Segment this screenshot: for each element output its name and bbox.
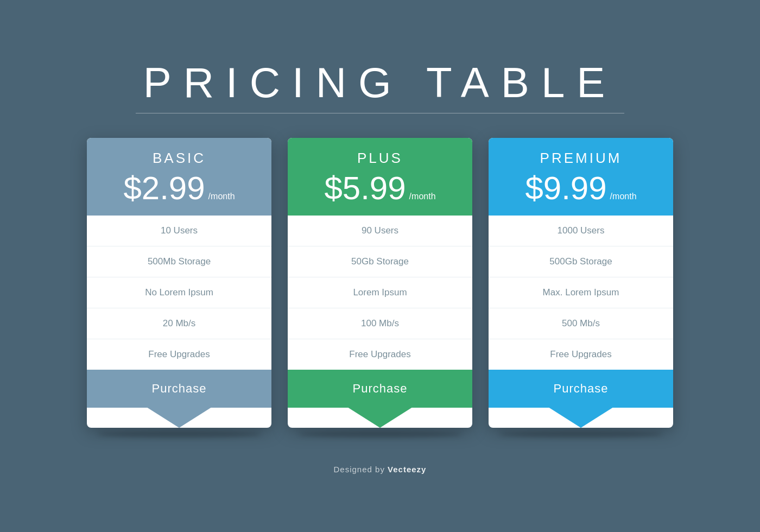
price-period-premium: /month bbox=[610, 192, 637, 201]
pricing-cards-container: BASIC$2.99/month10 Users500Mb StorageNo … bbox=[87, 138, 673, 438]
feature-item-premium-4: Free Upgrades bbox=[489, 339, 673, 370]
purchase-wrapper-basic: Purchase bbox=[87, 370, 271, 428]
features-list-premium: 1000 Users500Gb StorageMax. Lorem Ipsum5… bbox=[489, 216, 673, 370]
plan-name-basic: BASIC bbox=[98, 150, 261, 167]
features-list-plus: 90 Users50Gb StorageLorem Ipsum100 Mb/sF… bbox=[288, 216, 472, 370]
price-period-plus: /month bbox=[409, 192, 436, 201]
feature-item-premium-1: 500Gb Storage bbox=[489, 246, 673, 277]
card-shadow-basic bbox=[98, 431, 261, 438]
purchase-arrow-basic bbox=[147, 407, 212, 428]
plan-premium: PREMIUM$9.99/month1000 Users500Gb Storag… bbox=[489, 138, 673, 438]
price-row-premium: $9.99/month bbox=[499, 172, 662, 205]
feature-item-plus-3: 100 Mb/s bbox=[288, 308, 472, 339]
page-title: PRICING TABLE bbox=[143, 58, 617, 107]
feature-item-premium-3: 500 Mb/s bbox=[489, 308, 673, 339]
card-basic: BASIC$2.99/month10 Users500Mb StorageNo … bbox=[87, 138, 271, 428]
card-header-plus: PLUS$5.99/month bbox=[288, 138, 472, 216]
feature-item-basic-1: 500Mb Storage bbox=[87, 246, 271, 277]
card-shadow-premium bbox=[499, 431, 662, 438]
price-row-plus: $5.99/month bbox=[299, 172, 461, 205]
title-divider bbox=[136, 113, 624, 113]
card-header-basic: BASIC$2.99/month bbox=[87, 138, 271, 216]
plan-name-plus: PLUS bbox=[299, 150, 461, 167]
feature-item-plus-0: 90 Users bbox=[288, 216, 472, 246]
feature-item-basic-0: 10 Users bbox=[87, 216, 271, 246]
feature-item-plus-1: 50Gb Storage bbox=[288, 246, 472, 277]
feature-item-basic-3: 20 Mb/s bbox=[87, 308, 271, 339]
plan-basic: BASIC$2.99/month10 Users500Mb StorageNo … bbox=[87, 138, 271, 438]
card-shadow-plus bbox=[299, 431, 461, 438]
price-amount-plus: $5.99 bbox=[324, 172, 406, 205]
feature-item-basic-2: No Lorem Ipsum bbox=[87, 277, 271, 308]
feature-item-premium-2: Max. Lorem Ipsum bbox=[489, 277, 673, 308]
plan-plus: PLUS$5.99/month90 Users50Gb StorageLorem… bbox=[288, 138, 472, 438]
price-period-basic: /month bbox=[208, 192, 235, 201]
features-list-basic: 10 Users500Mb StorageNo Lorem Ipsum20 Mb… bbox=[87, 216, 271, 370]
feature-item-plus-4: Free Upgrades bbox=[288, 339, 472, 370]
purchase-arrow-premium bbox=[548, 407, 613, 428]
feature-item-premium-0: 1000 Users bbox=[489, 216, 673, 246]
purchase-wrapper-plus: Purchase bbox=[288, 370, 472, 428]
purchase-arrow-plus bbox=[347, 407, 413, 428]
card-plus: PLUS$5.99/month90 Users50Gb StorageLorem… bbox=[288, 138, 472, 428]
purchase-wrapper-premium: Purchase bbox=[489, 370, 673, 428]
price-amount-basic: $2.99 bbox=[123, 172, 205, 205]
purchase-button-basic[interactable]: Purchase bbox=[87, 370, 271, 408]
price-row-basic: $2.99/month bbox=[98, 172, 261, 205]
card-header-premium: PREMIUM$9.99/month bbox=[489, 138, 673, 216]
feature-item-basic-4: Free Upgrades bbox=[87, 339, 271, 370]
price-amount-premium: $9.99 bbox=[525, 172, 606, 205]
purchase-button-premium[interactable]: Purchase bbox=[489, 370, 673, 408]
purchase-button-plus[interactable]: Purchase bbox=[288, 370, 472, 408]
feature-item-plus-2: Lorem Ipsum bbox=[288, 277, 472, 308]
card-premium: PREMIUM$9.99/month1000 Users500Gb Storag… bbox=[489, 138, 673, 428]
footer-attribution: Designed by Vecteezy bbox=[334, 465, 427, 474]
plan-name-premium: PREMIUM bbox=[499, 150, 662, 167]
